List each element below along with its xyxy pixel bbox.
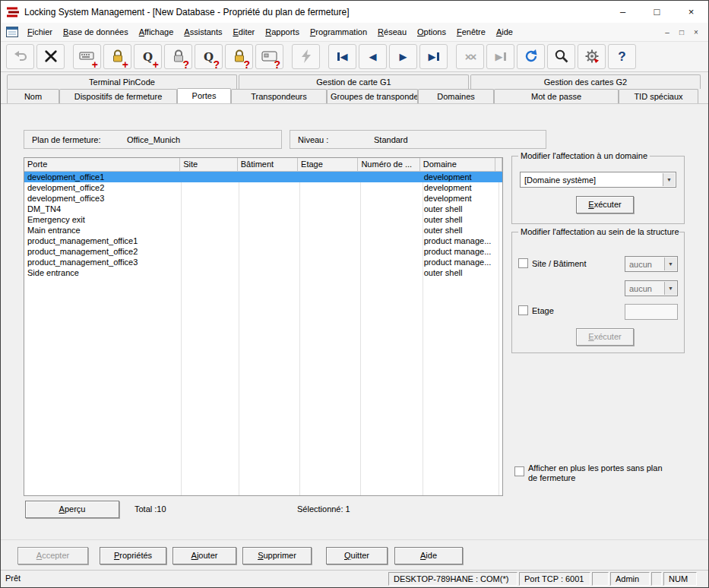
status-bar: Prêt DESKTOP-789HANE : COM(*) Port TCP :… [1,570,708,587]
add-transponder-icon: Q [143,50,153,64]
column-header-numero[interactable]: Numéro de ... [358,158,419,171]
site-batiment-checkbox[interactable] [518,258,528,268]
menu-reseau[interactable]: Réseau [372,24,412,40]
status-port: Port TCP : 6001 [519,572,590,586]
cell-numero [359,236,420,246]
refresh-button[interactable] [517,44,545,69]
proprietes-button[interactable]: Propriétés [100,547,166,564]
menu-options[interactable]: Options [412,24,451,40]
table-row[interactable]: product_management_office2 product manag… [24,246,502,257]
cell-numero [359,267,420,278]
mdi-minimize-button[interactable]: – [661,28,673,36]
network-settings-button[interactable] [578,44,606,69]
menu-base-de-donnees[interactable]: Base de données [58,24,134,40]
tab-gestion-cartes-g2[interactable]: Gestion des cartes G2 [470,74,701,89]
cell-numero [359,172,420,182]
tab-transpondeurs[interactable]: Transpondeurs [231,89,327,103]
menu-assistants[interactable]: Assistants [179,24,227,40]
read-locking-device-button[interactable]: ? [164,44,192,69]
domain-select[interactable]: [Domaine système] ▼ [520,172,676,188]
read-lock-button[interactable]: ? [225,44,253,69]
tab-terminal-pincode[interactable]: Terminal PinCode [7,74,237,89]
cell-etage [299,172,359,182]
cell-etage [299,193,359,204]
batiment-select: aucun ▼ [625,280,678,296]
tab-portes[interactable]: Portes [177,88,231,103]
tab-tid-speciaux[interactable]: TID spéciaux [619,89,698,103]
menu-programmation[interactable]: Programmation [305,24,372,40]
aide-button[interactable]: Aide [394,547,463,564]
column-header-porte[interactable]: Porte [24,158,180,171]
menu-fenetre[interactable]: Fenêtre [451,24,491,40]
tab-mot-de-passe[interactable]: Mot de passe [494,89,619,103]
question-badge-icon: ? [182,59,189,70]
cell-site [181,225,239,236]
previous-record-button[interactable]: ◀ [359,44,387,69]
table-row[interactable]: development_office3 development [24,193,502,204]
cell-domaine: product manage... [421,236,496,246]
search-button[interactable] [547,44,575,69]
table-row[interactable]: Main entrance outer shell [24,225,502,236]
quitter-button[interactable]: Quitter [326,547,388,564]
column-header-site[interactable]: Site [180,158,237,171]
mdi-restore-button[interactable]: □ [676,28,688,36]
ajouter-button[interactable]: Ajouter [173,547,236,564]
table-row[interactable]: Emergency exit outer shell [24,214,502,225]
title-bar: Locking System Management - [New Databas… [1,1,708,23]
tab-nom[interactable]: Nom [7,89,59,103]
tab-row-back: Terminal PinCode Gestion de carte G1 Ges… [7,74,702,89]
mdi-close-button[interactable]: × [690,28,702,36]
cell-domaine: outer shell [421,225,496,236]
column-header-batiment[interactable]: Bâtiment [238,158,298,171]
document-icon[interactable] [6,27,18,37]
table-row[interactable]: Side entrance outer shell [24,267,502,278]
plus-badge-icon: + [122,59,128,70]
status-ready: Prêt [1,571,388,587]
tab-gestion-carte-g1[interactable]: Gestion de carte G1 [239,74,469,89]
cell-site [181,257,239,267]
tab-groupes-de-transpondeurs[interactable]: Groupes de transpondeurs [327,89,418,103]
cell-batiment [238,193,299,204]
column-header-etage[interactable]: Etage [298,158,358,171]
tab-domaines[interactable]: Domaines [418,89,494,103]
menu-fichier[interactable]: Fichier [22,24,58,40]
table-row[interactable]: DM_TN4 outer shell [24,204,502,214]
cell-porte: development_office2 [24,182,181,193]
cell-porte: DM_TN4 [24,204,181,214]
read-card-button[interactable]: ? [255,44,283,69]
supprimer-button[interactable]: Supprimer [242,547,312,564]
add-locking-device-button[interactable]: + [103,44,131,69]
domain-execute-button[interactable]: Exécuter [576,196,634,213]
close-button[interactable]: × [674,1,708,23]
column-header-domaine[interactable]: Domaine [420,158,495,171]
help-button[interactable]: ? [608,44,636,69]
table-row[interactable]: development_office2 development [24,182,502,193]
table-row[interactable]: development_office1 development [24,172,502,182]
show-doors-without-plan-checkbox[interactable] [514,466,524,476]
chevron-down-icon[interactable]: ▼ [663,173,675,186]
apercu-button[interactable]: Aperçu [25,501,119,518]
menu-rapports[interactable]: Rapports [260,24,305,40]
add-pincode-terminal-button[interactable]: + [73,44,101,69]
last-record-button[interactable]: ▶ [419,44,448,69]
maximize-button[interactable]: □ [640,1,674,23]
accepter-button: Accepter [17,547,88,564]
resize-grip [698,571,708,587]
tab-dispositifs-de-fermeture[interactable]: Dispositifs de fermeture [59,89,177,103]
cell-porte: Emergency exit [24,214,181,225]
app-logo-icon [7,6,19,18]
add-transponder-button[interactable]: Q + [134,44,162,69]
com-disconnect-button[interactable] [36,44,65,69]
menu-aide[interactable]: Aide [491,24,518,40]
cell-porte: Main entrance [24,225,181,236]
next-record-button[interactable]: ▶ [389,44,417,69]
etage-checkbox[interactable] [518,305,528,315]
menu-editer[interactable]: Editer [227,24,260,40]
minimize-button[interactable]: – [606,1,640,23]
first-record-button[interactable]: ◀ [328,44,356,69]
cell-etage [299,267,359,278]
table-row[interactable]: product_management_office3 product manag… [24,257,502,267]
menu-affichage[interactable]: Affichage [134,24,179,40]
read-transponder-button[interactable]: Q ? [195,44,223,69]
table-row[interactable]: product_management_office1 product manag… [24,236,502,246]
